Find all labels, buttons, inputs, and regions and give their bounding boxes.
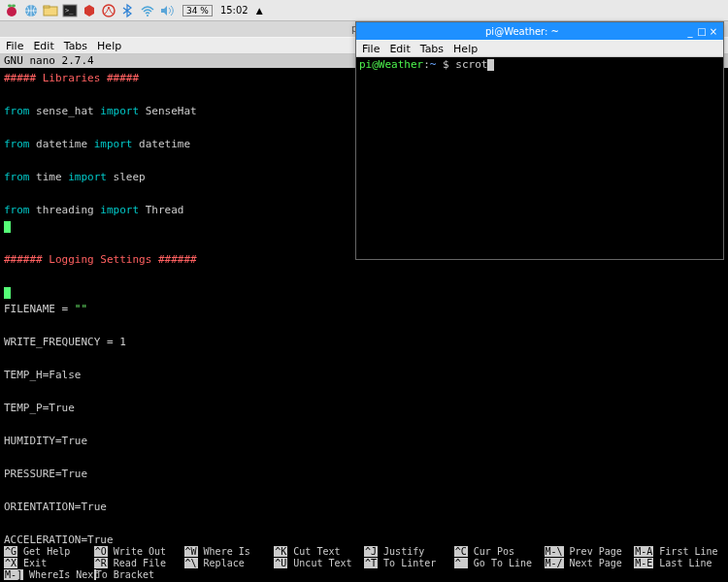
- bluetooth-icon[interactable]: [120, 3, 136, 18]
- code: threading: [30, 204, 101, 216]
- code: time: [30, 171, 69, 183]
- code: WRITE_FREQUENCY = 1: [4, 336, 126, 348]
- svg-point-2: [12, 4, 16, 7]
- label: Justify: [378, 546, 424, 557]
- menu-edit[interactable]: Edit: [33, 40, 53, 52]
- terminal-window: pi@Weather: ~ _ □ × File Edit Tabs Help …: [355, 21, 724, 260]
- key: M-\: [545, 546, 564, 557]
- terminal-title: pi@Weather: ~: [360, 26, 684, 37]
- term-menu-edit[interactable]: Edit: [389, 43, 410, 55]
- code: PRESSURE=True: [4, 468, 87, 480]
- terminal-prompt: pi@Weather:~ $: [359, 58, 455, 71]
- volume-icon[interactable]: [159, 3, 175, 18]
- mathematica-icon[interactable]: [82, 3, 97, 18]
- term-menu-tabs[interactable]: Tabs: [420, 43, 444, 55]
- code: ORIENTATION=True: [4, 501, 107, 513]
- raspberry-menu-icon[interactable]: [4, 3, 19, 18]
- terminal-body[interactable]: pi@Weather:~ $ scrot: [356, 57, 723, 259]
- globe-icon[interactable]: [23, 3, 39, 18]
- menu-file[interactable]: File: [6, 40, 23, 52]
- taskbar: >_ 34 % 15:02 ▲: [0, 0, 728, 21]
- terminal-titlebar[interactable]: pi@Weather: ~ _ □ ×: [356, 22, 723, 40]
- maximize-button[interactable]: □: [696, 26, 708, 37]
- terminal-cursor: [487, 59, 494, 71]
- label: Write Out: [108, 546, 166, 557]
- key: ^K: [274, 546, 287, 557]
- svg-point-0: [7, 7, 17, 16]
- label: Go To Line: [468, 558, 532, 568]
- cursor: [4, 221, 11, 233]
- wifi-icon[interactable]: [140, 3, 155, 18]
- label: To Bracket: [96, 569, 154, 580]
- clock[interactable]: 15:02: [220, 5, 248, 16]
- code: SenseHat: [139, 105, 197, 117]
- code: TEMP_P=True: [4, 402, 75, 414]
- term-menu-help[interactable]: Help: [453, 43, 478, 55]
- code: HUMIDITY=True: [4, 435, 87, 447]
- wolfram-icon[interactable]: [101, 3, 116, 18]
- key: ^R: [94, 558, 108, 568]
- key: ^O: [94, 546, 108, 557]
- kw: from: [4, 138, 30, 150]
- panel-arrow-icon[interactable]: ▲: [256, 6, 263, 16]
- label: Last Line: [653, 558, 711, 568]
- label: Cut Text: [287, 546, 340, 557]
- code: datetime: [132, 138, 190, 150]
- battery-indicator[interactable]: 34 %: [182, 5, 213, 16]
- prompt-dollar: $: [436, 58, 455, 71]
- key: ^\: [184, 558, 198, 568]
- code-comment: ##### Libraries #####: [4, 72, 139, 84]
- key: ^_: [454, 558, 468, 568]
- key: ^W: [184, 546, 198, 557]
- kw: from: [4, 105, 30, 117]
- kw: import: [100, 204, 139, 216]
- label: Cur Pos: [468, 546, 514, 557]
- label: Get Help: [17, 546, 70, 557]
- key: ^X: [4, 558, 17, 568]
- prompt-sep: :: [423, 58, 430, 71]
- key: ^C: [454, 546, 468, 557]
- key: ^J: [364, 546, 378, 557]
- svg-rect-5: [44, 6, 50, 8]
- label: Next Page: [564, 558, 622, 568]
- terminal-menubar: File Edit Tabs Help: [356, 40, 723, 57]
- nano-footer: ^G Get Help ^O Write Out ^W Where Is ^K …: [0, 545, 728, 582]
- label: Replace: [198, 558, 245, 568]
- menu-help[interactable]: Help: [97, 40, 121, 52]
- label: Read File: [108, 558, 166, 568]
- svg-point-10: [147, 15, 149, 16]
- cursor-mark: [4, 287, 11, 299]
- term-menu-file[interactable]: File: [362, 43, 380, 55]
- label: Uncut Text: [287, 558, 351, 568]
- code: FILENAME =: [4, 303, 75, 315]
- nano-version: GNU nano 2.7.4: [4, 54, 94, 68]
- label: Prev Page: [564, 546, 622, 557]
- svg-point-1: [8, 4, 12, 7]
- key: M-]: [4, 569, 23, 580]
- terminal-command: scrot: [455, 58, 487, 71]
- kw: from: [4, 204, 30, 216]
- key: ^U: [274, 558, 287, 568]
- key: M-/: [545, 558, 564, 568]
- key: M-A: [634, 546, 653, 557]
- close-button[interactable]: ×: [708, 26, 719, 37]
- code: Thread: [139, 204, 183, 216]
- str: "": [75, 303, 87, 315]
- code: datetime: [30, 138, 94, 150]
- prompt-user: pi@Weather: [359, 58, 423, 71]
- kw: import: [94, 138, 133, 150]
- terminal-icon[interactable]: >_: [62, 3, 78, 18]
- kw: import: [100, 105, 139, 117]
- svg-marker-8: [84, 5, 94, 16]
- key: ^G: [4, 546, 17, 557]
- svg-text:>_: >_: [65, 7, 74, 15]
- menu-tabs[interactable]: Tabs: [64, 40, 87, 52]
- label: Where Is: [198, 546, 250, 557]
- kw: from: [4, 171, 30, 183]
- code: TEMP_H=False: [4, 369, 81, 381]
- file-manager-icon[interactable]: [43, 3, 58, 18]
- key: M-E: [634, 558, 653, 568]
- minimize-button[interactable]: _: [684, 26, 696, 37]
- code: sense_hat: [30, 105, 101, 117]
- key: ^T: [364, 558, 378, 568]
